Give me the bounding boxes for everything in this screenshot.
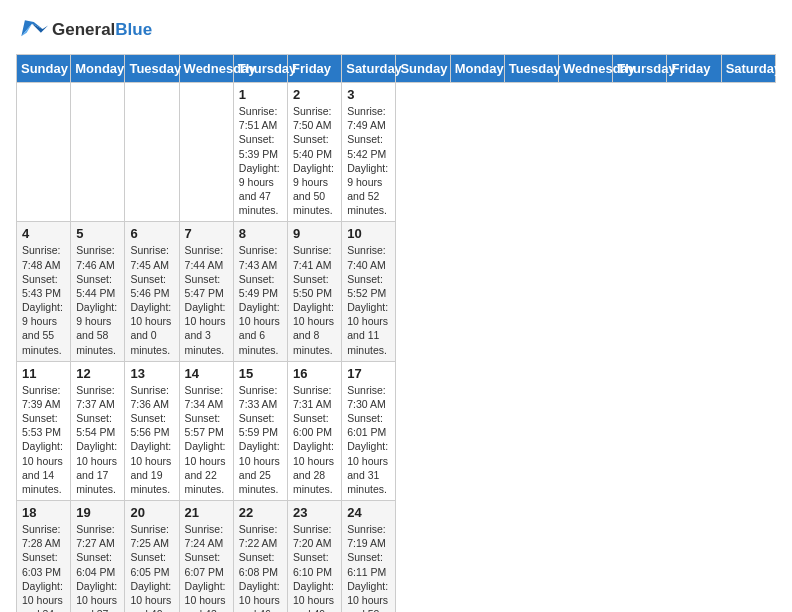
empty-cell <box>125 83 179 222</box>
day-cell-14: 14Sunrise: 7:34 AM Sunset: 5:57 PM Dayli… <box>179 361 233 500</box>
day-info: Sunrise: 7:25 AM Sunset: 6:05 PM Dayligh… <box>130 522 173 612</box>
day-cell-3: 3Sunrise: 7:49 AM Sunset: 5:42 PM Daylig… <box>342 83 396 222</box>
day-cell-10: 10Sunrise: 7:40 AM Sunset: 5:52 PM Dayli… <box>342 222 396 361</box>
day-cell-4: 4Sunrise: 7:48 AM Sunset: 5:43 PM Daylig… <box>17 222 71 361</box>
day-cell-21: 21Sunrise: 7:24 AM Sunset: 6:07 PM Dayli… <box>179 501 233 612</box>
day-info: Sunrise: 7:43 AM Sunset: 5:49 PM Dayligh… <box>239 243 282 356</box>
day-cell-8: 8Sunrise: 7:43 AM Sunset: 5:49 PM Daylig… <box>233 222 287 361</box>
day-info: Sunrise: 7:28 AM Sunset: 6:03 PM Dayligh… <box>22 522 65 612</box>
day-number: 8 <box>239 226 282 241</box>
day-info: Sunrise: 7:19 AM Sunset: 6:11 PM Dayligh… <box>347 522 390 612</box>
day-number: 10 <box>347 226 390 241</box>
day-cell-6: 6Sunrise: 7:45 AM Sunset: 5:46 PM Daylig… <box>125 222 179 361</box>
day-number: 18 <box>22 505 65 520</box>
calendar-table: SundayMondayTuesdayWednesdayThursdayFrid… <box>16 54 776 612</box>
day-number: 15 <box>239 366 282 381</box>
day-cell-1: 1Sunrise: 7:51 AM Sunset: 5:39 PM Daylig… <box>233 83 287 222</box>
day-cell-13: 13Sunrise: 7:36 AM Sunset: 5:56 PM Dayli… <box>125 361 179 500</box>
day-cell-23: 23Sunrise: 7:20 AM Sunset: 6:10 PM Dayli… <box>288 501 342 612</box>
day-cell-5: 5Sunrise: 7:46 AM Sunset: 5:44 PM Daylig… <box>71 222 125 361</box>
day-cell-12: 12Sunrise: 7:37 AM Sunset: 5:54 PM Dayli… <box>71 361 125 500</box>
day-cell-20: 20Sunrise: 7:25 AM Sunset: 6:05 PM Dayli… <box>125 501 179 612</box>
calendar-week-3: 11Sunrise: 7:39 AM Sunset: 5:53 PM Dayli… <box>17 361 776 500</box>
day-number: 20 <box>130 505 173 520</box>
day-info: Sunrise: 7:24 AM Sunset: 6:07 PM Dayligh… <box>185 522 228 612</box>
day-number: 23 <box>293 505 336 520</box>
day-cell-7: 7Sunrise: 7:44 AM Sunset: 5:47 PM Daylig… <box>179 222 233 361</box>
day-info: Sunrise: 7:37 AM Sunset: 5:54 PM Dayligh… <box>76 383 119 496</box>
day-cell-22: 22Sunrise: 7:22 AM Sunset: 6:08 PM Dayli… <box>233 501 287 612</box>
day-info: Sunrise: 7:48 AM Sunset: 5:43 PM Dayligh… <box>22 243 65 356</box>
day-info: Sunrise: 7:20 AM Sunset: 6:10 PM Dayligh… <box>293 522 336 612</box>
empty-cell <box>179 83 233 222</box>
day-info: Sunrise: 7:22 AM Sunset: 6:08 PM Dayligh… <box>239 522 282 612</box>
empty-cell <box>71 83 125 222</box>
svg-marker-1 <box>32 24 48 33</box>
day-number: 9 <box>293 226 336 241</box>
header-tuesday: Tuesday <box>125 55 179 83</box>
day-number: 24 <box>347 505 390 520</box>
day-cell-18: 18Sunrise: 7:28 AM Sunset: 6:03 PM Dayli… <box>17 501 71 612</box>
day-info: Sunrise: 7:49 AM Sunset: 5:42 PM Dayligh… <box>347 104 390 217</box>
calendar-header-row: SundayMondayTuesdayWednesdayThursdayFrid… <box>17 55 776 83</box>
day-number: 1 <box>239 87 282 102</box>
day-number: 12 <box>76 366 119 381</box>
day-number: 16 <box>293 366 336 381</box>
header-saturday: Saturday <box>721 55 775 83</box>
day-number: 22 <box>239 505 282 520</box>
calendar-week-2: 4Sunrise: 7:48 AM Sunset: 5:43 PM Daylig… <box>17 222 776 361</box>
header-sunday: Sunday <box>396 55 450 83</box>
calendar-week-4: 18Sunrise: 7:28 AM Sunset: 6:03 PM Dayli… <box>17 501 776 612</box>
day-cell-24: 24Sunrise: 7:19 AM Sunset: 6:11 PM Dayli… <box>342 501 396 612</box>
header-monday: Monday <box>71 55 125 83</box>
day-info: Sunrise: 7:33 AM Sunset: 5:59 PM Dayligh… <box>239 383 282 496</box>
day-info: Sunrise: 7:34 AM Sunset: 5:57 PM Dayligh… <box>185 383 228 496</box>
header-wednesday: Wednesday <box>559 55 613 83</box>
day-number: 11 <box>22 366 65 381</box>
day-info: Sunrise: 7:40 AM Sunset: 5:52 PM Dayligh… <box>347 243 390 356</box>
day-info: Sunrise: 7:45 AM Sunset: 5:46 PM Dayligh… <box>130 243 173 356</box>
day-number: 21 <box>185 505 228 520</box>
day-info: Sunrise: 7:36 AM Sunset: 5:56 PM Dayligh… <box>130 383 173 496</box>
header-wednesday: Wednesday <box>179 55 233 83</box>
header-tuesday: Tuesday <box>504 55 558 83</box>
day-info: Sunrise: 7:50 AM Sunset: 5:40 PM Dayligh… <box>293 104 336 217</box>
empty-cell <box>17 83 71 222</box>
day-number: 17 <box>347 366 390 381</box>
day-number: 6 <box>130 226 173 241</box>
day-info: Sunrise: 7:46 AM Sunset: 5:44 PM Dayligh… <box>76 243 119 356</box>
page-header: GeneralBlue <box>16 16 776 44</box>
header-thursday: Thursday <box>613 55 667 83</box>
day-number: 7 <box>185 226 228 241</box>
day-cell-2: 2Sunrise: 7:50 AM Sunset: 5:40 PM Daylig… <box>288 83 342 222</box>
header-sunday: Sunday <box>17 55 71 83</box>
day-number: 5 <box>76 226 119 241</box>
day-info: Sunrise: 7:30 AM Sunset: 6:01 PM Dayligh… <box>347 383 390 496</box>
day-number: 13 <box>130 366 173 381</box>
day-cell-16: 16Sunrise: 7:31 AM Sunset: 6:00 PM Dayli… <box>288 361 342 500</box>
day-number: 19 <box>76 505 119 520</box>
day-cell-11: 11Sunrise: 7:39 AM Sunset: 5:53 PM Dayli… <box>17 361 71 500</box>
day-info: Sunrise: 7:51 AM Sunset: 5:39 PM Dayligh… <box>239 104 282 217</box>
day-info: Sunrise: 7:27 AM Sunset: 6:04 PM Dayligh… <box>76 522 119 612</box>
logo: GeneralBlue <box>16 16 152 44</box>
header-friday: Friday <box>667 55 721 83</box>
day-number: 4 <box>22 226 65 241</box>
logo-text: GeneralBlue <box>52 20 152 40</box>
header-monday: Monday <box>450 55 504 83</box>
calendar-week-1: 1Sunrise: 7:51 AM Sunset: 5:39 PM Daylig… <box>17 83 776 222</box>
day-cell-19: 19Sunrise: 7:27 AM Sunset: 6:04 PM Dayli… <box>71 501 125 612</box>
day-cell-15: 15Sunrise: 7:33 AM Sunset: 5:59 PM Dayli… <box>233 361 287 500</box>
day-cell-17: 17Sunrise: 7:30 AM Sunset: 6:01 PM Dayli… <box>342 361 396 500</box>
logo-icon <box>16 16 48 44</box>
day-info: Sunrise: 7:31 AM Sunset: 6:00 PM Dayligh… <box>293 383 336 496</box>
day-info: Sunrise: 7:41 AM Sunset: 5:50 PM Dayligh… <box>293 243 336 356</box>
day-cell-9: 9Sunrise: 7:41 AM Sunset: 5:50 PM Daylig… <box>288 222 342 361</box>
day-info: Sunrise: 7:44 AM Sunset: 5:47 PM Dayligh… <box>185 243 228 356</box>
day-number: 3 <box>347 87 390 102</box>
header-saturday: Saturday <box>342 55 396 83</box>
day-number: 2 <box>293 87 336 102</box>
day-number: 14 <box>185 366 228 381</box>
day-info: Sunrise: 7:39 AM Sunset: 5:53 PM Dayligh… <box>22 383 65 496</box>
header-thursday: Thursday <box>233 55 287 83</box>
